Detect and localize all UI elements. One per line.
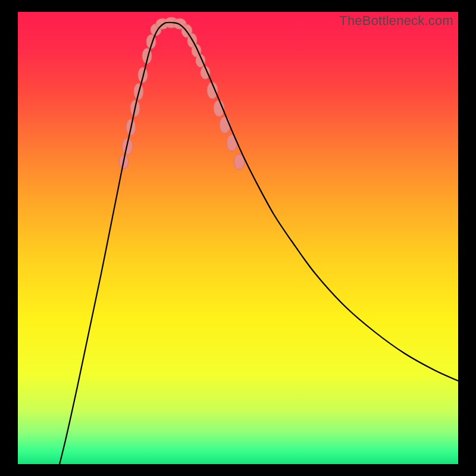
plot-area: TheBottleneck.com (18, 12, 458, 464)
chart-svg (18, 12, 458, 464)
bottleneck-curve (54, 23, 458, 464)
outer-frame: TheBottleneck.com (0, 0, 476, 476)
marker-dot (227, 134, 237, 151)
marker-dot (220, 117, 230, 133)
